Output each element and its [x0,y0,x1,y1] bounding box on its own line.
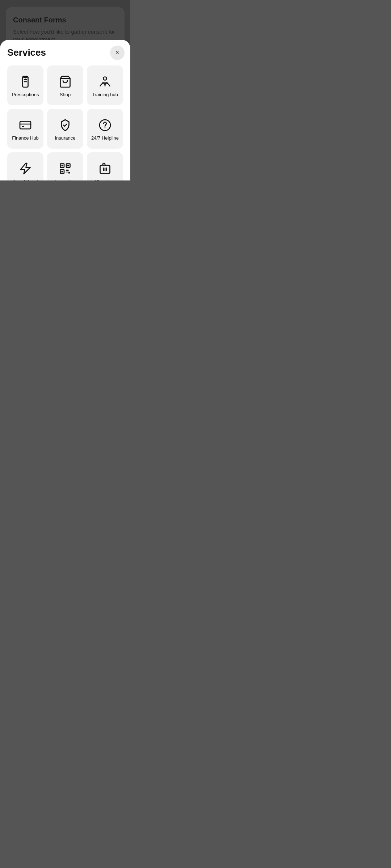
brand-boost-service-icon [19,162,32,175]
modal-title: Services [7,47,123,58]
svg-rect-18 [22,126,24,127]
insurance-service-icon [59,119,72,132]
training-service-icon [98,75,112,88]
service-item-insurance[interactable]: Insurance [47,109,83,149]
modal-close-button[interactable]: × [110,46,125,60]
svg-rect-24 [62,165,63,167]
svg-rect-16 [20,122,31,129]
svg-rect-28 [68,172,70,174]
service-item-prescriptions[interactable]: Prescriptions [7,65,43,105]
service-item-training[interactable]: Training hub [87,65,123,105]
svg-rect-26 [62,171,63,173]
finance-service-icon [19,119,32,132]
service-label-helpline: 24/7 Helpline [91,135,119,141]
service-label-brand-boost: Brand Boost [12,179,38,180]
modal-overlay: × Services Prescriptions [0,0,130,180]
svg-point-14 [104,77,107,80]
service-item-helpline[interactable]: 24/7 Helpline [87,109,123,149]
helpline-service-icon [98,119,112,132]
service-label-prescriptions: Prescriptions [12,92,39,97]
service-item-sharpbox[interactable]: Sharpbox [87,152,123,180]
service-item-brand-boost[interactable]: Brand Boost [7,152,43,180]
svg-rect-30 [68,170,69,171]
service-item-facespay[interactable]: FacesPay [47,152,83,180]
service-item-shop[interactable]: Shop [47,65,83,105]
service-label-training: Training hub [92,92,118,97]
svg-rect-29 [66,172,68,173]
service-label-insurance: Insurance [55,135,75,141]
svg-rect-27 [66,170,68,171]
service-label-finance: Finance Hub [12,135,39,141]
service-label-facespay: FacesPay [55,179,76,180]
modal-sheet: × Services Prescriptions [0,40,130,180]
service-label-shop: Shop [60,92,71,97]
service-label-sharpbox: Sharpbox [95,179,115,180]
svg-point-20 [105,127,106,128]
services-grid: Prescriptions Shop [7,65,123,180]
sharpbox-service-icon [98,162,112,175]
prescription-service-icon [19,75,32,88]
shop-service-icon [59,75,72,88]
svg-rect-25 [67,165,69,167]
service-item-finance[interactable]: Finance Hub [7,109,43,149]
page-wrapper: Consent Forms Select how you'd like to g… [0,0,130,180]
facespay-service-icon [59,162,72,175]
